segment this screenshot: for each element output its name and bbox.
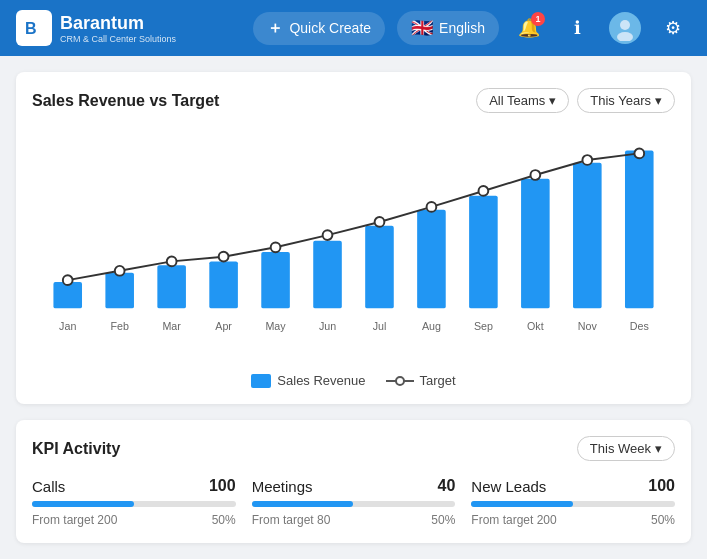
kpi-title: KPI Activity bbox=[32, 440, 120, 458]
chart-area: JanFebMarAprMayJunJulAugSepOktNovDes bbox=[32, 125, 675, 365]
svg-rect-7 bbox=[261, 252, 290, 308]
legend-revenue-box bbox=[251, 374, 271, 388]
main-content: Sales Revenue vs Target All Teams ▾ This… bbox=[0, 56, 707, 559]
kpi-progress-fill bbox=[252, 501, 354, 507]
svg-text:May: May bbox=[265, 320, 286, 332]
svg-point-21 bbox=[375, 217, 385, 227]
svg-rect-13 bbox=[573, 163, 602, 309]
quick-create-button[interactable]: ＋ Quick Create bbox=[253, 12, 385, 45]
kpi-footer: From target 200 50% bbox=[471, 513, 675, 527]
svg-text:Jun: Jun bbox=[319, 320, 336, 332]
svg-point-1 bbox=[620, 20, 630, 30]
svg-rect-5 bbox=[157, 265, 186, 308]
plus-icon: ＋ bbox=[267, 18, 283, 39]
svg-point-20 bbox=[323, 230, 333, 240]
kpi-label: Meetings bbox=[252, 478, 313, 495]
kpi-progress-bg bbox=[471, 501, 675, 507]
legend-target: Target bbox=[386, 373, 456, 388]
kpi-label-row: Calls 100 bbox=[32, 477, 236, 495]
svg-rect-11 bbox=[469, 196, 498, 309]
language-button[interactable]: 🇬🇧 English bbox=[397, 11, 499, 45]
svg-point-15 bbox=[63, 275, 73, 285]
svg-text:Okt: Okt bbox=[527, 320, 544, 332]
svg-point-2 bbox=[617, 32, 633, 41]
notification-button[interactable]: 🔔 1 bbox=[511, 10, 547, 46]
kpi-header: KPI Activity This Week ▾ bbox=[32, 436, 675, 461]
kpi-footer: From target 200 50% bbox=[32, 513, 236, 527]
legend-target-label: Target bbox=[420, 373, 456, 388]
svg-rect-8 bbox=[313, 241, 342, 309]
svg-text:Des: Des bbox=[630, 320, 649, 332]
svg-rect-4 bbox=[105, 273, 134, 309]
svg-point-16 bbox=[115, 266, 125, 276]
chart-title: Sales Revenue vs Target bbox=[32, 92, 219, 110]
kpi-progress-fill bbox=[32, 501, 134, 507]
kpi-progress-bg bbox=[252, 501, 456, 507]
kpi-item-0: Calls 100 From target 200 50% bbox=[32, 477, 236, 527]
kpi-percent: 50% bbox=[431, 513, 455, 527]
legend-target-line bbox=[386, 374, 414, 388]
info-button[interactable]: ℹ bbox=[559, 10, 595, 46]
svg-text:Jul: Jul bbox=[373, 320, 387, 332]
chart-filters: All Teams ▾ This Years ▾ bbox=[476, 88, 675, 113]
kpi-grid: Calls 100 From target 200 50% Meetings 4… bbox=[32, 477, 675, 527]
kpi-label: New Leads bbox=[471, 478, 546, 495]
kpi-percent: 50% bbox=[651, 513, 675, 527]
teams-filter-button[interactable]: All Teams ▾ bbox=[476, 88, 569, 113]
legend-revenue-label: Sales Revenue bbox=[277, 373, 365, 388]
bar-chart-svg: JanFebMarAprMayJunJulAugSepOktNovDes bbox=[32, 125, 675, 365]
chart-legend: Sales Revenue Target bbox=[32, 373, 675, 388]
kpi-percent: 50% bbox=[212, 513, 236, 527]
kpi-from-target: From target 200 bbox=[471, 513, 556, 527]
language-label: English bbox=[439, 20, 485, 36]
svg-text:Sep: Sep bbox=[474, 320, 493, 332]
kpi-item-1: Meetings 40 From target 80 50% bbox=[252, 477, 456, 527]
svg-text:Apr: Apr bbox=[215, 320, 232, 332]
chart-card: Sales Revenue vs Target All Teams ▾ This… bbox=[16, 72, 691, 404]
brand-name: Barantum bbox=[60, 13, 176, 34]
kpi-progress-fill bbox=[471, 501, 573, 507]
svg-text:Jan: Jan bbox=[59, 320, 76, 332]
week-filter-button[interactable]: This Week ▾ bbox=[577, 436, 675, 461]
svg-text:Mar: Mar bbox=[162, 320, 181, 332]
svg-point-18 bbox=[219, 252, 229, 262]
chevron-down-icon: ▾ bbox=[655, 441, 662, 456]
svg-point-17 bbox=[167, 257, 177, 267]
logo-icon: B bbox=[16, 10, 52, 46]
week-filter-label: This Week bbox=[590, 441, 651, 456]
kpi-value: 40 bbox=[438, 477, 456, 495]
chevron-down-icon: ▾ bbox=[655, 93, 662, 108]
logo: B Barantum CRM & Call Center Solutions bbox=[16, 10, 176, 46]
year-filter-button[interactable]: This Years ▾ bbox=[577, 88, 675, 113]
svg-rect-9 bbox=[365, 226, 394, 309]
svg-point-23 bbox=[479, 186, 489, 196]
gear-icon: ⚙ bbox=[665, 17, 681, 39]
svg-text:Nov: Nov bbox=[578, 320, 598, 332]
svg-rect-10 bbox=[417, 210, 446, 309]
kpi-footer: From target 80 50% bbox=[252, 513, 456, 527]
kpi-label-row: Meetings 40 bbox=[252, 477, 456, 495]
svg-rect-14 bbox=[625, 151, 654, 309]
svg-text:B: B bbox=[25, 20, 37, 37]
navbar: B Barantum CRM & Call Center Solutions ＋… bbox=[0, 0, 707, 56]
flag-icon: 🇬🇧 bbox=[411, 17, 433, 39]
kpi-from-target: From target 80 bbox=[252, 513, 331, 527]
svg-point-22 bbox=[427, 202, 437, 212]
tagline: CRM & Call Center Solutions bbox=[60, 34, 176, 44]
kpi-progress-bg bbox=[32, 501, 236, 507]
info-icon: ℹ bbox=[574, 17, 581, 39]
kpi-value: 100 bbox=[209, 477, 236, 495]
kpi-value: 100 bbox=[648, 477, 675, 495]
svg-point-24 bbox=[530, 170, 540, 180]
avatar bbox=[609, 12, 641, 44]
svg-rect-12 bbox=[521, 179, 550, 309]
svg-point-40 bbox=[396, 377, 404, 385]
kpi-card: KPI Activity This Week ▾ Calls 100 From … bbox=[16, 420, 691, 543]
kpi-label: Calls bbox=[32, 478, 65, 495]
avatar-button[interactable] bbox=[607, 10, 643, 46]
teams-filter-label: All Teams bbox=[489, 93, 545, 108]
kpi-label-row: New Leads 100 bbox=[471, 477, 675, 495]
settings-button[interactable]: ⚙ bbox=[655, 10, 691, 46]
chevron-down-icon: ▾ bbox=[549, 93, 556, 108]
svg-text:Feb: Feb bbox=[110, 320, 128, 332]
